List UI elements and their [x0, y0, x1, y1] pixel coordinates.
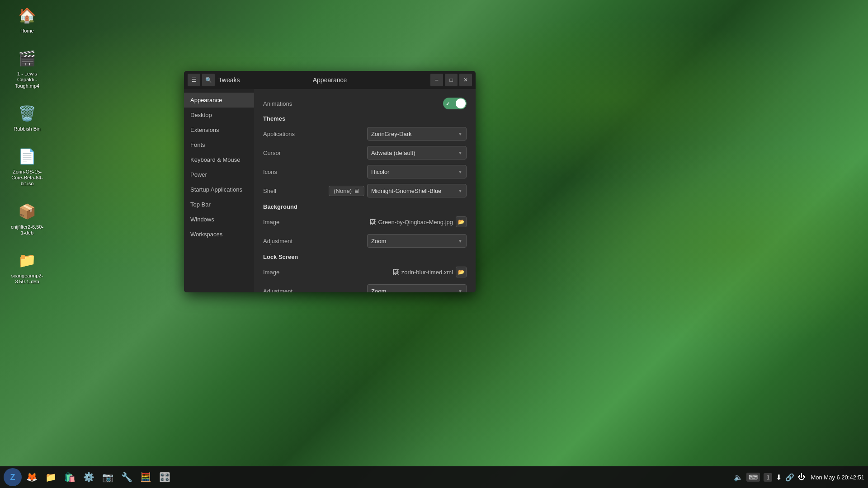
desktop-icons: 🏠 Home 🎬 1 - Lewis Capaldi - Tough.mp4 🗑…	[9, 5, 45, 285]
taskbar-mixer[interactable]: 🎛️	[156, 468, 174, 486]
bg-adjustment-dropdown-arrow: ▼	[458, 239, 462, 244]
taskbar-settings[interactable]: ⚙️	[80, 468, 98, 486]
desktop-icon-trash[interactable]: 🗑️ Rubbish Bin	[9, 103, 45, 132]
icons-row: Icons Hicolor ▼	[263, 164, 467, 179]
home-label: Home	[20, 28, 33, 34]
animations-toggle[interactable]: ✓	[443, 98, 467, 109]
shell-monitor-icon: 🖥	[354, 188, 359, 194]
sidebar-item-fonts[interactable]: Fonts	[184, 137, 254, 152]
shell-dropdown[interactable]: Midnight-GnomeShell-Blue ▼	[367, 184, 467, 197]
icons-value: Hicolor	[371, 169, 389, 175]
taskbar-system-tray: 🔈 ⌨ 1 ⬇ 🔗 ⏻ Mon May 6 20:42:51	[734, 473, 864, 482]
desktop-icon-music[interactable]: 🎬 1 - Lewis Capaldi - Tough.mp4	[9, 47, 45, 89]
bg-image-icon: 🖼	[369, 218, 376, 225]
window-body: Appearance Desktop Extensions Fonts Keyb…	[184, 89, 476, 292]
animations-label: Animations	[263, 100, 292, 107]
sidebar-item-startup-applications[interactable]: Startup Applications	[184, 182, 254, 197]
search-button[interactable]: 🔍	[202, 74, 215, 86]
maximize-button[interactable]: □	[445, 74, 458, 86]
applications-row: Applications ZorinGrey-Dark ▼	[263, 127, 467, 141]
content-panel: Animations ✓ Themes Applications ZorinGr…	[254, 89, 476, 292]
toggle-check-icon: ✓	[446, 101, 450, 106]
taskbar-photos[interactable]: 📷	[99, 468, 117, 486]
desktop-icon-deb[interactable]: 📦 cnijfilter2-6.50-1-deb	[9, 201, 45, 236]
ls-image-filename: zorin-blur-timed.xml	[401, 269, 453, 276]
desktop-icon-iso[interactable]: 📄 Zorin-OS-15-Core-Beta-64-bit.iso	[9, 145, 45, 187]
taskbar-calculator[interactable]: 🧮	[137, 468, 155, 486]
window-titlebar: ☰ 🔍 Tweaks Appearance – □ ✕	[184, 71, 476, 89]
applications-label: Applications	[263, 131, 295, 137]
cursor-dropdown[interactable]: Adwaita (default) ▼	[367, 146, 467, 160]
deb-icon: 📦	[16, 201, 38, 222]
tray-icons: 🔈 ⌨ 1 ⬇ 🔗 ⏻	[734, 473, 805, 482]
taskbar-software[interactable]: 🛍️	[61, 468, 79, 486]
sidebar-item-appearance[interactable]: Appearance	[184, 93, 254, 108]
sidebar-item-desktop[interactable]: Desktop	[184, 108, 254, 122]
sidebar-item-power[interactable]: Power	[184, 167, 254, 182]
ls-adjustment-row: Adjustment Zoom ▼	[263, 284, 467, 292]
power-icon[interactable]: ⏻	[798, 473, 805, 481]
number-badge[interactable]: 1	[764, 473, 772, 482]
bg-adjustment-dropdown[interactable]: Zoom ▼	[367, 234, 467, 248]
taskbar-files[interactable]: 📁	[42, 468, 60, 486]
window-title: Appearance	[313, 76, 347, 84]
themes-heading: Themes	[263, 115, 467, 122]
home-icon: 🏠	[16, 5, 38, 26]
sidebar-item-top-bar[interactable]: Top Bar	[184, 197, 254, 212]
sidebar: Appearance Desktop Extensions Fonts Keyb…	[184, 89, 254, 292]
shell-dropdown-arrow: ▼	[458, 188, 462, 193]
close-button[interactable]: ✕	[459, 74, 472, 86]
cursor-row: Cursor Adwaita (default) ▼	[263, 145, 467, 160]
applications-dropdown-arrow: ▼	[458, 131, 462, 136]
ls-image-value-container: 🖼 zorin-blur-timed.xml 📂	[392, 267, 467, 277]
ls-adjustment-dropdown[interactable]: Zoom ▼	[367, 284, 467, 292]
taskbar-tools[interactable]: 🔧	[118, 468, 136, 486]
shell-value: Midnight-GnomeShell-Blue	[371, 188, 441, 194]
trash-label: Rubbish Bin	[14, 126, 40, 132]
applications-dropdown[interactable]: ZorinGrey-Dark ▼	[367, 127, 467, 141]
datetime-display[interactable]: Mon May 6 20:42:51	[811, 474, 864, 481]
taskbar-zorin-menu[interactable]: Z	[4, 468, 22, 486]
ls-adjustment-dropdown-arrow: ▼	[458, 289, 462, 293]
shell-none-label: (None)	[334, 188, 352, 194]
icons-dropdown[interactable]: Hicolor ▼	[367, 165, 467, 178]
tweaks-label: Tweaks	[218, 76, 240, 84]
shell-label: Shell	[263, 188, 276, 194]
hamburger-button[interactable]: ☰	[188, 74, 200, 86]
download-icon[interactable]: ⬇	[776, 473, 782, 482]
desktop-icon-home[interactable]: 🏠 Home	[9, 5, 45, 34]
sidebar-item-keyboard-mouse[interactable]: Keyboard & Mouse	[184, 152, 254, 167]
trash-icon: 🗑️	[16, 103, 38, 124]
ls-image-label: Image	[263, 269, 279, 276]
sidebar-item-windows[interactable]: Windows	[184, 212, 254, 227]
keyboard-icon[interactable]: ⌨	[746, 473, 760, 482]
cursor-value: Adwaita (default)	[371, 150, 415, 156]
shell-none-pill[interactable]: (None) 🖥	[329, 186, 364, 196]
window-buttons: – □ ✕	[430, 74, 472, 86]
sidebar-item-extensions[interactable]: Extensions	[184, 122, 254, 137]
lockscreen-heading: Lock Screen	[263, 253, 467, 260]
network-icon[interactable]: 🔗	[785, 473, 794, 482]
titlebar-controls: ☰ 🔍 Tweaks	[188, 74, 240, 86]
deb-label: cnijfilter2-6.50-1-deb	[9, 224, 45, 236]
folder-label: scangearmp2-3.50-1-deb	[9, 273, 45, 285]
bg-adjustment-row: Adjustment Zoom ▼	[263, 234, 467, 248]
minimize-button[interactable]: –	[430, 74, 443, 86]
ls-image-folder-button[interactable]: 📂	[456, 267, 467, 277]
bg-image-value-container: 🖼 Green-by-Qingbao-Meng.jpg 📂	[369, 216, 467, 227]
icons-dropdown-arrow: ▼	[458, 169, 462, 174]
folder-icon: 📁	[16, 249, 38, 271]
taskbar: Z 🦊 📁 🛍️ ⚙️ 📷 🔧 🧮 🎛️ 🔈 ⌨ 1 ⬇ 🔗 ⏻ Mon May…	[0, 466, 868, 488]
ls-image-icon: 🖼	[392, 268, 399, 276]
taskbar-firefox[interactable]: 🦊	[23, 468, 41, 486]
iso-icon: 📄	[16, 145, 38, 167]
bg-image-label: Image	[263, 219, 279, 225]
desktop-icon-folder[interactable]: 📁 scangearmp2-3.50-1-deb	[9, 249, 45, 285]
bg-image-row: Image 🖼 Green-by-Qingbao-Meng.jpg 📂	[263, 215, 467, 229]
bg-image-folder-button[interactable]: 📂	[456, 216, 467, 227]
sidebar-item-workspaces[interactable]: Workspaces	[184, 227, 254, 242]
tweaks-window: ☰ 🔍 Tweaks Appearance – □ ✕ Appearance D…	[184, 71, 476, 292]
volume-icon[interactable]: 🔈	[734, 473, 743, 482]
shell-row: Shell (None) 🖥 Midnight-GnomeShell-Blue …	[263, 183, 467, 198]
music-label: 1 - Lewis Capaldi - Tough.mp4	[9, 71, 45, 89]
